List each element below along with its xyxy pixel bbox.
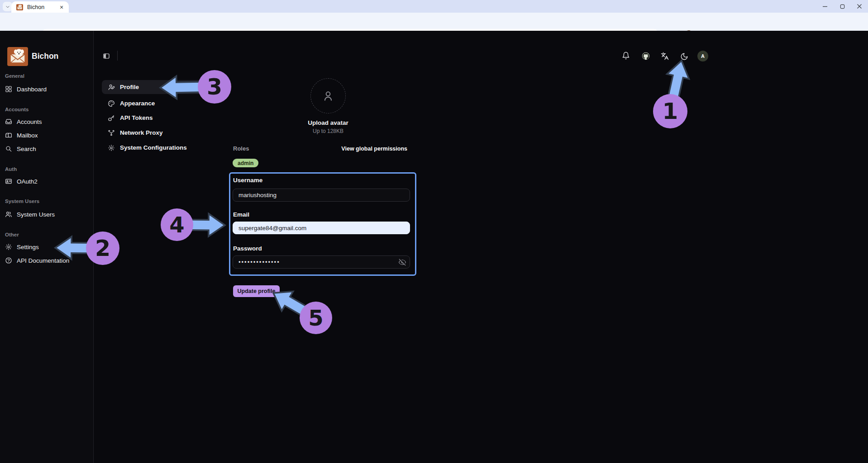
inbox-icon bbox=[5, 118, 12, 125]
nav-label: Network Proxy bbox=[120, 129, 163, 136]
bichon-favicon bbox=[16, 4, 23, 10]
username-input[interactable] bbox=[233, 189, 410, 202]
browser-tab[interactable]: Bichon × bbox=[11, 1, 69, 13]
user-avatar[interactable]: A bbox=[697, 51, 708, 61]
close-window-button[interactable] bbox=[851, 0, 868, 13]
tab-title: Bichon bbox=[27, 4, 58, 10]
tab-network-proxy[interactable]: Network Proxy bbox=[102, 126, 202, 140]
help-icon bbox=[5, 257, 12, 264]
gear-icon bbox=[108, 144, 115, 151]
sidebar-item-label: Mailbox bbox=[17, 132, 38, 139]
bichon-app: Bichon General Dashboard Accounts Accoun… bbox=[0, 31, 868, 463]
chevron-down-icon bbox=[5, 4, 10, 9]
tab-appearance[interactable]: Appearance bbox=[102, 96, 202, 110]
eye-off-icon bbox=[398, 258, 406, 266]
nav-label: System Configurations bbox=[120, 144, 187, 151]
search-icon bbox=[5, 145, 12, 152]
sidebar-item-label: Dashboard bbox=[17, 86, 47, 93]
tab-system-configurations[interactable]: System Configurations bbox=[102, 141, 202, 155]
sidebar-item-label: OAuth2 bbox=[17, 178, 38, 185]
email-label: Email bbox=[233, 211, 249, 218]
role-badge-admin: admin bbox=[233, 159, 258, 167]
palette-icon bbox=[108, 100, 115, 107]
sidebar: Bichon General Dashboard Accounts Accoun… bbox=[0, 31, 94, 463]
sidebar-item-dashboard[interactable]: Dashboard bbox=[5, 84, 89, 94]
sidebar-item-oauth2[interactable]: OAuth2 bbox=[5, 176, 89, 187]
tab-close-icon[interactable]: × bbox=[58, 4, 65, 11]
translate-icon bbox=[661, 52, 669, 60]
key-icon bbox=[108, 114, 115, 122]
password-input[interactable] bbox=[233, 255, 410, 269]
upload-avatar-dropzone[interactable] bbox=[310, 78, 346, 113]
bell-icon bbox=[622, 52, 630, 60]
screen: Bichon × Not secure 192.168.1.18:15630/s… bbox=[0, 0, 868, 463]
tab-profile[interactable]: Profile bbox=[102, 80, 202, 94]
email-input[interactable] bbox=[233, 222, 410, 234]
notifications-button[interactable] bbox=[620, 50, 632, 61]
bichon-logo-icon bbox=[7, 47, 28, 66]
sidebar-item-accounts[interactable]: Accounts bbox=[5, 116, 89, 127]
sidebar-section-general: General bbox=[5, 73, 24, 80]
id-card-icon bbox=[5, 178, 12, 185]
sidebar-item-label: Search bbox=[17, 146, 36, 152]
sidebar-item-label: Settings bbox=[17, 244, 39, 250]
toggle-password-visibility-button[interactable] bbox=[398, 258, 406, 266]
sidebar-item-label: System Users bbox=[17, 211, 55, 218]
browser-tab-strip: Bichon × bbox=[0, 0, 868, 13]
upload-avatar-title: Upload avatar bbox=[283, 119, 373, 126]
sidebar-item-api-documentation[interactable]: API Documentation bbox=[5, 255, 89, 266]
users-icon bbox=[5, 211, 12, 218]
sidebar-section-other: Other bbox=[5, 232, 19, 239]
user-icon bbox=[322, 90, 334, 102]
nav-label: Appearance bbox=[120, 100, 155, 107]
brand-name: Bichon bbox=[32, 52, 58, 61]
view-global-permissions-link[interactable]: View global permissions bbox=[317, 146, 407, 152]
network-icon bbox=[108, 129, 115, 137]
github-button[interactable] bbox=[640, 50, 652, 62]
dashboard-icon bbox=[5, 85, 12, 93]
tab-api-tokens[interactable]: API Tokens bbox=[102, 111, 202, 125]
mailbox-icon bbox=[5, 132, 12, 139]
moon-icon bbox=[680, 52, 688, 61]
sidebar-item-search[interactable]: Search bbox=[5, 143, 89, 154]
browser-toolbar: Not secure 192.168.1.18:15630/settings/p… bbox=[0, 13, 868, 31]
sidebar-section-accounts: Accounts bbox=[5, 107, 29, 114]
window-controls bbox=[816, 0, 868, 13]
tab-search-button[interactable] bbox=[3, 2, 12, 11]
github-icon bbox=[642, 52, 650, 60]
sidebar-item-mailbox[interactable]: Mailbox bbox=[5, 130, 89, 141]
sidebar-item-label: API Documentation bbox=[17, 257, 69, 264]
header-divider bbox=[117, 51, 118, 61]
nav-label: Profile bbox=[120, 84, 139, 90]
sidebar-item-settings[interactable]: Settings bbox=[5, 241, 89, 252]
sidebar-toggle-button[interactable] bbox=[101, 51, 111, 61]
user-pen-icon bbox=[108, 84, 115, 91]
update-profile-button[interactable]: Update profile bbox=[233, 285, 280, 297]
password-label: Password bbox=[233, 245, 262, 252]
gear-icon bbox=[5, 243, 12, 250]
language-button[interactable] bbox=[659, 50, 671, 62]
sidebar-item-system-users[interactable]: System Users bbox=[5, 209, 89, 220]
username-label: Username bbox=[233, 177, 262, 184]
sidebar-item-label: Accounts bbox=[17, 118, 42, 125]
nav-label: API Tokens bbox=[120, 114, 153, 121]
panel-left-icon bbox=[103, 52, 110, 60]
upload-avatar-hint: Up to 128KB bbox=[283, 128, 373, 134]
maximize-button[interactable] bbox=[834, 0, 851, 13]
sidebar-section-system-users: System Users bbox=[5, 198, 39, 206]
sidebar-section-auth: Auth bbox=[5, 166, 17, 174]
theme-toggle-button[interactable] bbox=[678, 51, 690, 62]
roles-label: Roles bbox=[233, 145, 249, 152]
minimize-button[interactable] bbox=[816, 0, 834, 13]
